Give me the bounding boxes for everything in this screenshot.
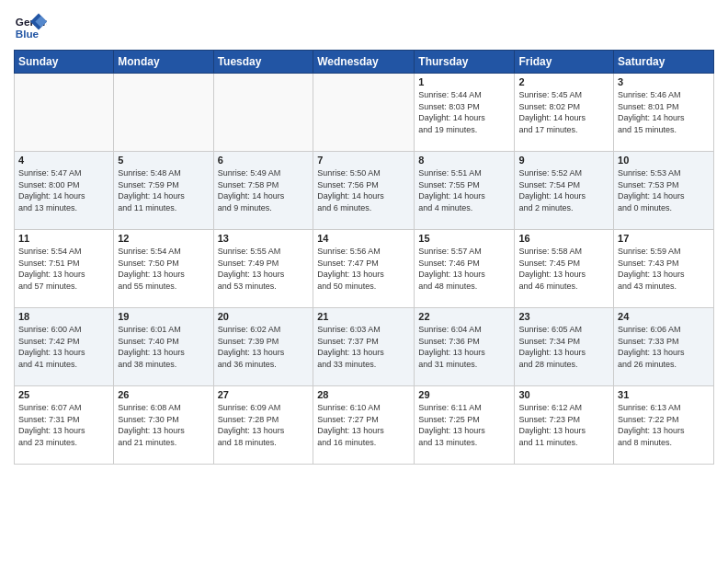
day-number: 14 [317,233,410,244]
day-info: Sunrise: 5:47 AM Sunset: 8:00 PM Dayligh… [18,167,109,213]
calendar-cell: 28Sunrise: 6:10 AM Sunset: 7:27 PM Dayli… [313,386,415,465]
logo: General Blue [14,9,51,42]
weekday-header-friday: Friday [515,51,614,74]
calendar-cell: 11Sunrise: 5:54 AM Sunset: 7:51 PM Dayli… [15,230,114,308]
calendar-cell: 14Sunrise: 5:56 AM Sunset: 7:47 PM Dayli… [313,230,415,308]
weekday-header-thursday: Thursday [415,51,515,74]
day-number: 9 [518,155,609,166]
day-number: 1 [418,76,510,87]
day-number: 11 [18,233,109,244]
calendar-cell: 18Sunrise: 6:00 AM Sunset: 7:42 PM Dayli… [15,308,114,386]
day-number: 13 [218,233,310,244]
calendar-cell: 8Sunrise: 5:51 AM Sunset: 7:55 PM Daylig… [415,152,515,230]
day-number: 26 [118,389,209,400]
calendar-cell: 21Sunrise: 6:03 AM Sunset: 7:37 PM Dayli… [313,308,415,386]
day-number: 8 [418,155,510,166]
day-info: Sunrise: 5:46 AM Sunset: 8:01 PM Dayligh… [618,89,710,135]
day-number: 2 [518,76,609,87]
calendar-cell: 30Sunrise: 6:12 AM Sunset: 7:23 PM Dayli… [515,386,614,465]
day-info: Sunrise: 5:48 AM Sunset: 7:59 PM Dayligh… [118,167,209,213]
day-info: Sunrise: 5:53 AM Sunset: 7:53 PM Dayligh… [618,167,710,213]
day-number: 20 [218,311,310,322]
day-info: Sunrise: 6:03 AM Sunset: 7:37 PM Dayligh… [317,324,410,370]
calendar-cell [313,74,415,152]
calendar-cell: 4Sunrise: 5:47 AM Sunset: 8:00 PM Daylig… [15,152,114,230]
day-number: 16 [518,233,609,244]
week-row-3: 11Sunrise: 5:54 AM Sunset: 7:51 PM Dayli… [15,230,714,308]
week-row-4: 18Sunrise: 6:00 AM Sunset: 7:42 PM Dayli… [15,308,714,386]
day-number: 3 [618,76,710,87]
calendar-cell: 5Sunrise: 5:48 AM Sunset: 7:59 PM Daylig… [114,152,213,230]
day-number: 10 [618,155,710,166]
day-info: Sunrise: 6:04 AM Sunset: 7:36 PM Dayligh… [418,324,510,370]
calendar-cell: 2Sunrise: 5:45 AM Sunset: 8:02 PM Daylig… [515,74,614,152]
day-number: 23 [518,311,609,322]
day-number: 6 [218,155,310,166]
day-info: Sunrise: 5:49 AM Sunset: 7:58 PM Dayligh… [218,167,310,213]
day-number: 31 [618,389,710,400]
day-info: Sunrise: 5:55 AM Sunset: 7:49 PM Dayligh… [218,246,310,292]
day-info: Sunrise: 5:59 AM Sunset: 7:43 PM Dayligh… [618,246,710,292]
day-number: 29 [418,389,510,400]
day-number: 30 [518,389,609,400]
day-info: Sunrise: 6:05 AM Sunset: 7:34 PM Dayligh… [518,324,609,370]
svg-text:Blue: Blue [16,28,40,40]
day-info: Sunrise: 5:58 AM Sunset: 7:45 PM Dayligh… [518,246,609,292]
day-info: Sunrise: 6:07 AM Sunset: 7:31 PM Dayligh… [18,402,109,448]
day-info: Sunrise: 5:54 AM Sunset: 7:50 PM Dayligh… [118,246,209,292]
day-info: Sunrise: 6:10 AM Sunset: 7:27 PM Dayligh… [317,402,410,448]
weekday-header-tuesday: Tuesday [213,51,313,74]
day-info: Sunrise: 6:06 AM Sunset: 7:33 PM Dayligh… [618,324,710,370]
calendar-cell: 29Sunrise: 6:11 AM Sunset: 7:25 PM Dayli… [415,386,515,465]
day-info: Sunrise: 5:57 AM Sunset: 7:46 PM Dayligh… [418,246,510,292]
weekday-header-row: SundayMondayTuesdayWednesdayThursdayFrid… [15,51,714,74]
day-number: 17 [618,233,710,244]
calendar-cell: 7Sunrise: 5:50 AM Sunset: 7:56 PM Daylig… [313,152,415,230]
weekday-header-saturday: Saturday [614,51,714,74]
header: General Blue [14,9,714,42]
day-number: 7 [317,155,410,166]
calendar-cell [114,74,213,152]
weekday-header-sunday: Sunday [15,51,114,74]
calendar-cell: 23Sunrise: 6:05 AM Sunset: 7:34 PM Dayli… [515,308,614,386]
calendar-cell [15,74,114,152]
day-info: Sunrise: 5:56 AM Sunset: 7:47 PM Dayligh… [317,246,410,292]
calendar-cell: 10Sunrise: 5:53 AM Sunset: 7:53 PM Dayli… [614,152,714,230]
calendar-cell: 25Sunrise: 6:07 AM Sunset: 7:31 PM Dayli… [15,386,114,465]
day-info: Sunrise: 6:11 AM Sunset: 7:25 PM Dayligh… [418,402,510,448]
week-row-1: 1Sunrise: 5:44 AM Sunset: 8:03 PM Daylig… [15,74,714,152]
calendar-cell: 3Sunrise: 5:46 AM Sunset: 8:01 PM Daylig… [614,74,714,152]
day-info: Sunrise: 6:00 AM Sunset: 7:42 PM Dayligh… [18,324,109,370]
day-info: Sunrise: 5:51 AM Sunset: 7:55 PM Dayligh… [418,167,510,213]
day-number: 21 [317,311,410,322]
page: General Blue SundayMondayTuesdayWednesda… [0,0,728,563]
day-info: Sunrise: 5:44 AM Sunset: 8:03 PM Dayligh… [418,89,510,135]
week-row-5: 25Sunrise: 6:07 AM Sunset: 7:31 PM Dayli… [15,386,714,465]
day-number: 12 [118,233,209,244]
logo-icon: General Blue [14,9,47,42]
day-number: 18 [18,311,109,322]
calendar-cell: 20Sunrise: 6:02 AM Sunset: 7:39 PM Dayli… [213,308,313,386]
calendar-cell: 26Sunrise: 6:08 AM Sunset: 7:30 PM Dayli… [114,386,213,465]
calendar: SundayMondayTuesdayWednesdayThursdayFrid… [14,50,714,465]
day-info: Sunrise: 5:50 AM Sunset: 7:56 PM Dayligh… [317,167,410,213]
day-info: Sunrise: 6:13 AM Sunset: 7:22 PM Dayligh… [618,402,710,448]
calendar-cell: 16Sunrise: 5:58 AM Sunset: 7:45 PM Dayli… [515,230,614,308]
day-number: 4 [18,155,109,166]
calendar-cell: 9Sunrise: 5:52 AM Sunset: 7:54 PM Daylig… [515,152,614,230]
calendar-cell: 1Sunrise: 5:44 AM Sunset: 8:03 PM Daylig… [415,74,515,152]
calendar-cell: 12Sunrise: 5:54 AM Sunset: 7:50 PM Dayli… [114,230,213,308]
day-number: 24 [618,311,710,322]
calendar-cell: 24Sunrise: 6:06 AM Sunset: 7:33 PM Dayli… [614,308,714,386]
day-number: 5 [118,155,209,166]
weekday-header-monday: Monday [114,51,213,74]
week-row-2: 4Sunrise: 5:47 AM Sunset: 8:00 PM Daylig… [15,152,714,230]
day-number: 19 [118,311,209,322]
day-number: 22 [418,311,510,322]
day-number: 25 [18,389,109,400]
day-info: Sunrise: 6:01 AM Sunset: 7:40 PM Dayligh… [118,324,209,370]
day-info: Sunrise: 6:02 AM Sunset: 7:39 PM Dayligh… [218,324,310,370]
calendar-cell: 31Sunrise: 6:13 AM Sunset: 7:22 PM Dayli… [614,386,714,465]
day-info: Sunrise: 5:52 AM Sunset: 7:54 PM Dayligh… [518,167,609,213]
calendar-cell: 17Sunrise: 5:59 AM Sunset: 7:43 PM Dayli… [614,230,714,308]
